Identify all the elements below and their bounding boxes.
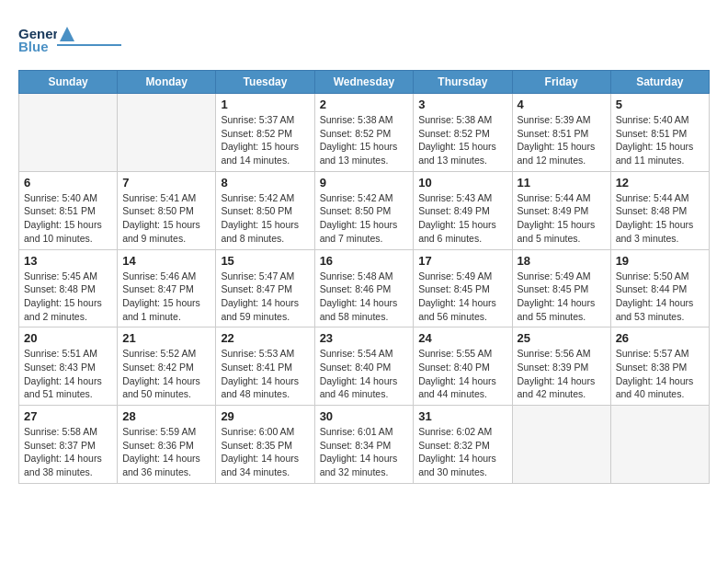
day-number: 4 xyxy=(518,98,606,111)
calendar-cell: 2Sunrise: 5:38 AMSunset: 8:52 PMDaylight… xyxy=(314,94,414,172)
calendar-cell: 7Sunrise: 5:41 AMSunset: 8:50 PMDaylight… xyxy=(118,171,216,249)
cell-text: and 9 minutes. xyxy=(122,232,210,246)
calendar-cell: 21Sunrise: 5:52 AMSunset: 8:42 PMDayligh… xyxy=(118,327,216,406)
cell-text: Daylight: 14 hours xyxy=(320,374,409,388)
cell-text: Daylight: 14 hours xyxy=(616,296,704,310)
calendar-cell: 18Sunrise: 5:49 AMSunset: 8:45 PMDayligh… xyxy=(512,249,610,327)
cell-text: Sunrise: 5:53 AM xyxy=(221,347,309,361)
cell-text: Sunrise: 5:55 AM xyxy=(418,347,506,361)
cell-text: Sunrise: 5:44 AM xyxy=(616,191,704,205)
cell-text: and 6 minutes. xyxy=(418,232,506,246)
calendar-cell: 10Sunrise: 5:43 AMSunset: 8:49 PMDayligh… xyxy=(414,171,512,249)
calendar-day-header: Saturday xyxy=(610,71,709,94)
cell-text: Daylight: 14 hours xyxy=(221,374,309,388)
cell-text: Sunrise: 6:01 AM xyxy=(320,425,409,439)
cell-text: Sunset: 8:40 PM xyxy=(418,361,506,374)
day-number: 22 xyxy=(221,331,309,345)
day-number: 16 xyxy=(320,254,409,268)
day-number: 3 xyxy=(418,98,506,111)
calendar-cell: 30Sunrise: 6:01 AMSunset: 8:34 PMDayligh… xyxy=(314,406,414,484)
cell-text: and 38 minutes. xyxy=(24,465,112,479)
cell-text: Sunrise: 5:58 AM xyxy=(24,425,112,439)
cell-text: Sunrise: 5:45 AM xyxy=(24,270,112,283)
day-number: 14 xyxy=(122,254,210,268)
cell-text: Daylight: 15 hours xyxy=(320,218,409,232)
day-number: 31 xyxy=(418,409,506,423)
cell-text: Daylight: 14 hours xyxy=(320,452,409,465)
calendar-day-header: Friday xyxy=(512,71,610,94)
day-number: 1 xyxy=(221,98,309,111)
day-number: 24 xyxy=(418,331,506,345)
calendar-cell: 15Sunrise: 5:47 AMSunset: 8:47 PMDayligh… xyxy=(216,249,314,327)
cell-text: and 56 minutes. xyxy=(418,310,506,324)
calendar-cell: 23Sunrise: 5:54 AMSunset: 8:40 PMDayligh… xyxy=(314,327,414,406)
calendar-cell: 25Sunrise: 5:56 AMSunset: 8:39 PMDayligh… xyxy=(512,327,610,406)
cell-text: Sunrise: 5:40 AM xyxy=(24,191,112,205)
cell-text: and 11 minutes. xyxy=(616,154,704,167)
day-number: 20 xyxy=(24,331,112,345)
cell-text: and 40 minutes. xyxy=(616,387,704,401)
cell-text: and 50 minutes. xyxy=(122,387,210,401)
cell-text: Sunset: 8:50 PM xyxy=(122,204,210,218)
cell-text: and 51 minutes. xyxy=(24,387,112,401)
calendar-cell: 22Sunrise: 5:53 AMSunset: 8:41 PMDayligh… xyxy=(216,327,314,406)
cell-text: and 7 minutes. xyxy=(320,232,409,246)
cell-text: Sunrise: 5:43 AM xyxy=(418,191,506,205)
calendar-cell: 31Sunrise: 6:02 AMSunset: 8:32 PMDayligh… xyxy=(414,406,512,484)
day-number: 15 xyxy=(221,254,309,268)
calendar-week-row: 1Sunrise: 5:37 AMSunset: 8:52 PMDaylight… xyxy=(19,94,710,172)
calendar-cell: 8Sunrise: 5:42 AMSunset: 8:50 PMDaylight… xyxy=(216,171,314,249)
cell-text: and 46 minutes. xyxy=(320,387,409,401)
cell-text: Sunset: 8:48 PM xyxy=(616,204,704,218)
cell-text: Sunset: 8:47 PM xyxy=(221,282,309,296)
cell-text: and 34 minutes. xyxy=(221,465,309,479)
calendar-day-header: Wednesday xyxy=(314,71,414,94)
calendar-cell: 4Sunrise: 5:39 AMSunset: 8:51 PMDaylight… xyxy=(512,94,610,172)
cell-text: Sunrise: 5:42 AM xyxy=(221,191,309,205)
day-number: 10 xyxy=(418,176,506,190)
cell-text: Sunrise: 5:52 AM xyxy=(122,347,210,361)
calendar-cell: 9Sunrise: 5:42 AMSunset: 8:50 PMDaylight… xyxy=(314,171,414,249)
logo-icon: General Blue xyxy=(18,18,57,57)
day-number: 11 xyxy=(518,176,606,190)
cell-text: Sunset: 8:52 PM xyxy=(221,127,309,141)
calendar-cell: 19Sunrise: 5:50 AMSunset: 8:44 PMDayligh… xyxy=(610,249,709,327)
cell-text: and 12 minutes. xyxy=(518,154,606,167)
calendar-cell: 13Sunrise: 5:45 AMSunset: 8:48 PMDayligh… xyxy=(19,249,118,327)
cell-text: and 53 minutes. xyxy=(616,310,704,324)
day-number: 28 xyxy=(122,409,210,423)
cell-text: Sunrise: 5:42 AM xyxy=(320,191,409,205)
cell-text: Sunset: 8:39 PM xyxy=(518,361,606,374)
calendar-day-header: Tuesday xyxy=(216,71,314,94)
day-number: 6 xyxy=(24,176,112,190)
cell-text: Sunrise: 5:46 AM xyxy=(122,270,210,283)
cell-text: Sunset: 8:52 PM xyxy=(418,127,506,141)
cell-text: Sunrise: 5:49 AM xyxy=(418,270,506,283)
cell-text: Sunset: 8:38 PM xyxy=(616,361,704,374)
cell-text: Sunset: 8:42 PM xyxy=(122,361,210,374)
cell-text: and 13 minutes. xyxy=(320,154,409,167)
calendar-table: SundayMondayTuesdayWednesdayThursdayFrid… xyxy=(18,70,710,484)
cell-text: Daylight: 14 hours xyxy=(24,374,112,388)
cell-text: Daylight: 15 hours xyxy=(418,218,506,232)
calendar-cell: 11Sunrise: 5:44 AMSunset: 8:49 PMDayligh… xyxy=(512,171,610,249)
cell-text: Daylight: 15 hours xyxy=(221,218,309,232)
cell-text: and 30 minutes. xyxy=(418,465,506,479)
calendar-day-header: Thursday xyxy=(414,71,512,94)
cell-text: and 13 minutes. xyxy=(418,154,506,167)
cell-text: Sunset: 8:32 PM xyxy=(418,439,506,453)
cell-text: Daylight: 14 hours xyxy=(24,452,112,465)
calendar-cell: 28Sunrise: 5:59 AMSunset: 8:36 PMDayligh… xyxy=(118,406,216,484)
cell-text: Sunrise: 5:38 AM xyxy=(418,113,506,127)
cell-text: Sunrise: 5:38 AM xyxy=(320,113,409,127)
day-number: 7 xyxy=(122,176,210,190)
cell-text: Sunset: 8:47 PM xyxy=(122,282,210,296)
cell-text: Sunrise: 5:41 AM xyxy=(122,191,210,205)
day-number: 17 xyxy=(418,254,506,268)
cell-text: Daylight: 15 hours xyxy=(24,218,112,232)
cell-text: Sunset: 8:51 PM xyxy=(518,127,606,141)
cell-text: Sunset: 8:50 PM xyxy=(320,204,409,218)
cell-text: Daylight: 15 hours xyxy=(616,140,704,154)
cell-text: and 42 minutes. xyxy=(518,387,606,401)
cell-text: Daylight: 14 hours xyxy=(221,296,309,310)
